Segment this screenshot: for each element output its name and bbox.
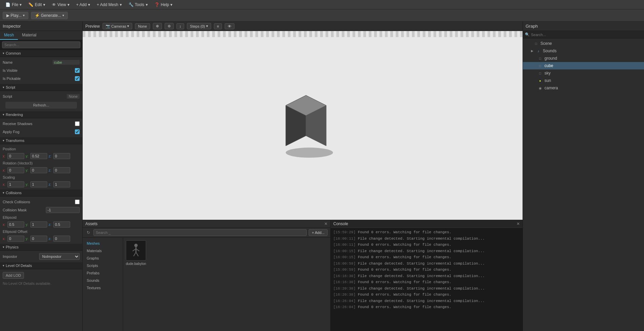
console-line: [16:00:11] File change detected. Startin… xyxy=(333,236,520,242)
rotation-y-input[interactable] xyxy=(30,167,47,173)
move-icon-btn[interactable]: ⊕ xyxy=(153,23,162,29)
menu-view[interactable]: 👁 View ▾ xyxy=(49,2,72,8)
grid-button[interactable]: ≡ xyxy=(214,23,222,29)
graph-tree-item[interactable]: □sky xyxy=(523,69,644,77)
steps-button[interactable]: Steps (0) ▾ xyxy=(187,23,211,29)
assets-refresh-button[interactable]: ↻ xyxy=(85,230,91,236)
assets-nav-scripts[interactable]: Scripts xyxy=(83,262,123,269)
ellipsoid-label: Ellipsoid xyxy=(0,214,82,221)
menu-bar: 📄 File ▾ ✏️ Edit ▾ 👁 View ▾ + Add ▾ + Ad… xyxy=(0,0,644,9)
section-physics[interactable]: ▾ Physics xyxy=(0,244,82,251)
console-line: [16:20:38] File change detected. Startin… xyxy=(333,285,520,292)
section-rendering[interactable]: ▾ Rendering xyxy=(0,111,82,118)
ellipsoid-y-input[interactable] xyxy=(30,221,47,228)
ellipsoid-offset-x-input[interactable] xyxy=(7,236,24,242)
menu-add[interactable]: + Add ▾ xyxy=(74,2,93,8)
scale-icon-btn[interactable]: ↕ xyxy=(176,23,185,29)
position-z-input[interactable] xyxy=(53,153,70,159)
graph-tree-item[interactable]: ▶♪Sounds xyxy=(523,47,644,55)
tab-mesh[interactable]: Mesh xyxy=(0,31,18,40)
assets-nav-textures[interactable]: Textures xyxy=(83,284,123,292)
ellipsoid-offset-y-input[interactable] xyxy=(30,236,47,242)
inspector-search-input[interactable] xyxy=(2,41,80,48)
assets-nav-graphs[interactable]: Graphs xyxy=(83,254,123,262)
assets-sidebar: Meshes Materials Graphs Scripts Prefabs … xyxy=(83,238,123,331)
asset-item[interactable]: dude.babylon xyxy=(126,240,146,266)
rotation-x-input[interactable] xyxy=(7,167,24,173)
receive-shadows-checkbox[interactable] xyxy=(75,121,80,126)
preview-viewport[interactable] xyxy=(83,31,523,220)
collisions-arrow: ▾ xyxy=(3,191,4,194)
common-content: Name cube Is Visible Is Pickable xyxy=(0,57,82,84)
console-message: Found 0 errors. Watching for file change… xyxy=(358,305,451,309)
cameras-button[interactable]: 📷 Cameras ▾ xyxy=(103,23,133,29)
prop-receive-shadows: Receive Shadows xyxy=(0,120,82,128)
menu-help[interactable]: ❓ Help ▾ xyxy=(152,2,175,8)
ellipsoid-z-input[interactable] xyxy=(53,221,70,228)
none-button[interactable]: None xyxy=(135,23,150,29)
is-visible-checkbox[interactable] xyxy=(75,68,80,73)
graph-search-input[interactable] xyxy=(531,33,642,37)
console-timestamp: [16:00:15] xyxy=(333,249,356,253)
section-common[interactable]: ▾ Common xyxy=(0,50,82,57)
console-timestamp: [16:20:38] xyxy=(333,293,356,297)
tab-material[interactable]: Material xyxy=(18,31,40,40)
graph-tree-item[interactable]: ●sun xyxy=(523,77,644,84)
center-panel: Preview 📷 Cameras ▾ None ⊕ ⊚ ↕ Steps (0)… xyxy=(83,22,523,331)
section-transforms[interactable]: ▾ Transforms xyxy=(0,137,82,144)
scaling-y-input[interactable] xyxy=(30,181,47,187)
rotation-z-input[interactable] xyxy=(53,167,70,173)
graph-tree-item[interactable]: □cube xyxy=(523,62,644,69)
console-close-button[interactable]: ✕ xyxy=(516,221,520,226)
refresh-button[interactable]: Refresh... xyxy=(5,102,77,109)
apply-fog-checkbox[interactable] xyxy=(75,129,80,134)
section-lod[interactable]: ▾ Level Of Details xyxy=(0,262,82,269)
menu-tools[interactable]: 🔧 Tools ▾ xyxy=(126,2,150,8)
eye-button[interactable]: 👁 xyxy=(225,23,234,29)
graph-tree-item[interactable]: ◉camera xyxy=(523,84,644,92)
menu-add-mesh[interactable]: + Add Mesh ▾ xyxy=(94,2,124,8)
graph-tree-item[interactable]: □ground xyxy=(523,55,644,62)
is-pickable-checkbox[interactable] xyxy=(75,76,80,81)
graph-item-label: Scene xyxy=(540,41,552,46)
graph-item-icon: □ xyxy=(538,71,542,76)
generate-button[interactable]: ⚡ Generate... ▾ xyxy=(31,12,68,19)
assets-nav-prefabs[interactable]: Prefabs xyxy=(83,269,123,277)
assets-add-button[interactable]: + Add... xyxy=(309,229,328,236)
assets-search-input[interactable] xyxy=(93,229,307,236)
rotate-icon-btn[interactable]: ⊚ xyxy=(165,23,174,29)
prop-is-visible: Is Visible xyxy=(0,66,82,74)
assets-nav-materials[interactable]: Materials xyxy=(83,247,123,254)
play-button[interactable]: ▶ Play... ▾ xyxy=(3,12,28,19)
impostor-select[interactable]: NoImpostor xyxy=(39,253,80,260)
ellipsoid-x-input[interactable] xyxy=(7,221,24,228)
graph-item-icon: □ xyxy=(538,56,542,61)
assets-nav-sounds[interactable]: Sounds xyxy=(83,277,123,284)
inspector-panel: Inspector Mesh Material ▾ Common Name cu… xyxy=(0,22,83,331)
section-collisions[interactable]: ▾ Collisions xyxy=(0,189,82,197)
assets-close-button[interactable]: ✕ xyxy=(324,221,328,226)
console-timestamp: [16:00:59] xyxy=(333,262,356,266)
assets-nav-meshes[interactable]: Meshes xyxy=(83,240,123,247)
menu-file[interactable]: 📄 File ▾ xyxy=(3,2,24,8)
ellipsoid-xyz: x: y: z: xyxy=(0,221,82,228)
generate-arrow: ▾ xyxy=(62,13,64,17)
scaling-x-input[interactable] xyxy=(7,181,24,187)
scaling-z-input[interactable] xyxy=(53,181,70,187)
graph-tree-item[interactable]: □Scene xyxy=(523,40,644,47)
main-area: Inspector Mesh Material ▾ Common Name cu… xyxy=(0,22,644,331)
console-timestamp: [16:16:30] xyxy=(333,274,356,278)
console-line: [16:00:15] File change detected. Startin… xyxy=(333,248,520,254)
position-y-input[interactable] xyxy=(30,153,47,159)
check-collisions-checkbox[interactable] xyxy=(75,200,80,204)
menu-edit[interactable]: ✏️ Edit ▾ xyxy=(26,2,48,8)
add-arrow: ▾ xyxy=(88,2,90,7)
position-x-input[interactable] xyxy=(7,153,24,159)
collision-mask-input[interactable] xyxy=(46,207,80,213)
section-script[interactable]: ▾ Script xyxy=(0,84,82,91)
add-lod-button[interactable]: Add LOD xyxy=(3,272,24,279)
graph-panel: Graph 🔍 □Scene▶♪Sounds□ground□cube□sky●s… xyxy=(523,22,644,331)
ellipsoid-offset-z-input[interactable] xyxy=(53,236,70,242)
position-label: Position xyxy=(0,146,82,152)
graph-item-label: sun xyxy=(544,78,551,83)
